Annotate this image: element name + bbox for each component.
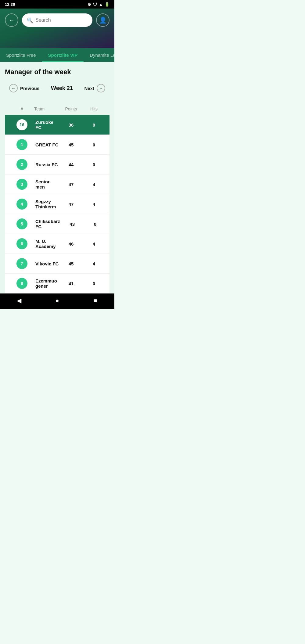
rank-badge: 3 bbox=[16, 179, 27, 190]
main-content: Manager of the week ← Previous Week 21 N… bbox=[0, 62, 114, 293]
points-value: 46 bbox=[59, 241, 83, 246]
tab-sportzlite-vip[interactable]: Sportzlite VIP bbox=[42, 48, 84, 62]
search-icon: 🔍 bbox=[27, 17, 33, 23]
wifi-icon: ▲ bbox=[99, 2, 103, 7]
profile-icon: 👤 bbox=[99, 16, 107, 24]
rank-badge: 2 bbox=[16, 159, 27, 170]
hits-value: 0 bbox=[83, 162, 105, 167]
team-name: Vikovic FC bbox=[34, 261, 59, 266]
profile-button[interactable]: 👤 bbox=[96, 13, 109, 27]
next-arrow-icon: → bbox=[97, 84, 105, 92]
leaderboard-table: # Team Points Hits 16 Zuruoke FC 36 0 1 … bbox=[5, 103, 109, 293]
team-name: Segzzy Thinkerm bbox=[34, 199, 59, 209]
points-value: 44 bbox=[59, 162, 83, 167]
bottom-nav: ◀ ● ■ bbox=[0, 293, 114, 309]
settings-icon: ⚙ bbox=[88, 2, 91, 7]
table-row[interactable]: 5 Chiksdbarz FC 43 0 bbox=[5, 214, 109, 234]
search-input[interactable] bbox=[35, 17, 88, 23]
back-button[interactable]: ← bbox=[5, 13, 18, 27]
table-row[interactable]: 1 GREAT FC 45 0 bbox=[5, 135, 109, 155]
next-label: Next bbox=[84, 86, 94, 91]
points-value: 43 bbox=[60, 221, 84, 227]
table-row[interactable]: 16 Zuruoke FC 36 0 bbox=[5, 115, 109, 135]
back-nav-icon[interactable]: ◀ bbox=[13, 294, 25, 307]
header: ← 🔍 👤 bbox=[0, 9, 114, 48]
week-label: Week 21 bbox=[51, 85, 73, 92]
rank-badge: 8 bbox=[16, 278, 27, 289]
hits-value: 0 bbox=[83, 142, 105, 147]
tabs-container: Sportzlite Free Sportzlite VIP Dynamite … bbox=[0, 48, 114, 62]
team-name: Ezemmuo gener bbox=[34, 278, 59, 289]
points-value: 45 bbox=[59, 142, 83, 147]
previous-arrow-icon: ← bbox=[9, 84, 18, 92]
previous-label: Previous bbox=[20, 86, 39, 91]
hits-value: 4 bbox=[83, 182, 105, 187]
rank-badge: 1 bbox=[16, 139, 27, 150]
tab-sportzlite-free[interactable]: Sportzlite Free bbox=[0, 48, 42, 62]
tab-dynamite-league[interactable]: Dynamite Le... bbox=[84, 48, 114, 62]
rank-badge: 7 bbox=[16, 258, 27, 269]
status-icons: ⚙ 🛡 ▲ 🔋 bbox=[88, 2, 109, 7]
shield-icon: 🛡 bbox=[93, 2, 97, 7]
header-row: ← 🔍 👤 bbox=[5, 13, 109, 27]
hits-value: 0 bbox=[83, 122, 105, 128]
team-name: M. U. Academy bbox=[34, 239, 59, 249]
section-title: Manager of the week bbox=[5, 68, 109, 76]
battery-icon: 🔋 bbox=[105, 2, 109, 7]
rank-badge: 16 bbox=[16, 119, 27, 130]
next-button[interactable]: Next → bbox=[80, 81, 109, 95]
points-value: 41 bbox=[59, 281, 83, 286]
table-row[interactable]: 3 Senior men 47 4 bbox=[5, 174, 109, 194]
rank-column-header: # bbox=[10, 106, 34, 111]
team-name: GREAT FC bbox=[34, 142, 59, 147]
points-value: 47 bbox=[59, 202, 83, 207]
points-value: 47 bbox=[59, 182, 83, 187]
hits-value: 4 bbox=[83, 202, 105, 207]
search-bar[interactable]: 🔍 bbox=[22, 13, 92, 27]
hits-value: 0 bbox=[83, 281, 105, 286]
table-row[interactable]: 6 M. U. Academy 46 4 bbox=[5, 234, 109, 254]
hits-column-header: Hits bbox=[83, 106, 105, 111]
recent-nav-icon[interactable]: ■ bbox=[89, 294, 102, 307]
team-name: Chiksdbarz FC bbox=[34, 219, 60, 229]
team-column-header: Team bbox=[34, 106, 59, 111]
rank-badge: 4 bbox=[16, 199, 27, 210]
home-nav-icon[interactable]: ● bbox=[51, 294, 63, 307]
time: 12:36 bbox=[5, 2, 15, 7]
hits-value: 4 bbox=[83, 241, 105, 246]
table-row[interactable]: 4 Segzzy Thinkerm 47 4 bbox=[5, 194, 109, 214]
table-rows-container: 16 Zuruoke FC 36 0 1 GREAT FC 45 0 2 Rus… bbox=[5, 115, 109, 293]
rank-badge: 6 bbox=[16, 238, 27, 249]
status-bar: 12:36 ⚙ 🛡 ▲ 🔋 bbox=[0, 0, 114, 9]
table-header: # Team Points Hits bbox=[5, 103, 109, 115]
back-icon: ← bbox=[9, 17, 14, 23]
points-value: 36 bbox=[59, 122, 83, 128]
table-row[interactable]: 7 Vikovic FC 45 4 bbox=[5, 254, 109, 274]
team-name: Russia FC bbox=[34, 162, 59, 167]
team-name: Zuruoke FC bbox=[34, 120, 59, 130]
points-column-header: Points bbox=[59, 106, 83, 111]
previous-button[interactable]: ← Previous bbox=[5, 81, 44, 95]
table-row[interactable]: 2 Russia FC 44 0 bbox=[5, 155, 109, 174]
week-navigation: ← Previous Week 21 Next → bbox=[5, 81, 109, 95]
rank-badge: 5 bbox=[16, 218, 27, 229]
hits-value: 0 bbox=[84, 221, 106, 227]
points-value: 45 bbox=[59, 261, 83, 266]
hits-value: 4 bbox=[83, 261, 105, 266]
team-name: Senior men bbox=[34, 179, 59, 189]
table-row[interactable]: 8 Ezemmuo gener 41 0 bbox=[5, 274, 109, 293]
